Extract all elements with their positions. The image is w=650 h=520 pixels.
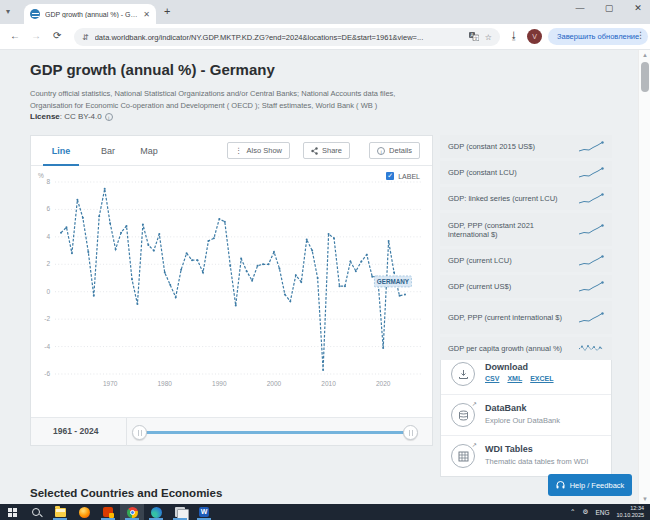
browser-menu-icon[interactable]: ⋮ <box>636 30 645 40</box>
databank-title: DataBank <box>485 403 560 413</box>
databank-icon: ↗ <box>451 403 475 427</box>
help-feedback-button[interactable]: Help / Feedback <box>548 474 632 496</box>
firefox-icon <box>79 507 90 518</box>
tray-gear-icon[interactable]: ⚙ <box>583 508 589 516</box>
scrollbar-thumb[interactable] <box>641 62 649 92</box>
license-label: License <box>30 112 60 121</box>
tab-line[interactable]: Line <box>43 136 79 166</box>
related-indicator-item[interactable]: GDP (constant 2015 US$) <box>440 135 612 158</box>
reload-button[interactable]: ⟳ <box>53 30 61 41</box>
finish-update-button[interactable]: Завершить обновление <box>548 28 648 45</box>
new-tab-button[interactable]: + <box>164 6 170 17</box>
taskbar-clock[interactable]: 12:34 10.10.2025 <box>616 505 644 519</box>
related-indicator-item[interactable]: GDP, PPP (constant 2021 international $) <box>440 213 612 246</box>
tab-close-icon[interactable]: ✕ <box>143 10 150 19</box>
word-button[interactable]: W <box>192 504 216 520</box>
scroll-down-icon[interactable]: ▼ <box>639 494 650 504</box>
external-link-icon: ↗ <box>472 442 477 448</box>
svg-text:2: 2 <box>46 260 50 267</box>
slider-divider <box>126 418 127 446</box>
edge-icon <box>151 507 162 518</box>
download-link-excel[interactable]: EXCEL <box>530 375 553 382</box>
databank-row[interactable]: ↗ DataBank Explore Our DataBank <box>441 395 611 436</box>
related-indicator-item[interactable]: GDP (current US$) <box>440 275 612 298</box>
site-settings-icon[interactable]: ⇵ <box>82 33 89 42</box>
taskbar-search-button[interactable] <box>24 504 48 520</box>
file-explorer-icon <box>55 508 66 517</box>
notes-app-button[interactable] <box>168 504 192 520</box>
back-button[interactable]: ← <box>10 30 20 41</box>
url-text: data.worldbank.org/indicator/NY.GDP.MKTP… <box>95 33 463 42</box>
chart-card: Line Bar Map ⋮Also Show Share iDetails %… <box>30 135 433 446</box>
wdi-tables-subtitle: Thematic data tables from WDI <box>485 457 588 466</box>
related-indicator-item[interactable]: GDP: linked series (current LCU) <box>440 187 612 210</box>
tab-search-chevron-icon[interactable]: ▾ <box>6 7 10 16</box>
slider-track[interactable] <box>139 431 412 434</box>
kebab-icon: ⋮ <box>235 143 243 158</box>
share-button[interactable]: Share <box>303 142 350 159</box>
volatile-sparkline <box>578 342 604 355</box>
series-label-germany[interactable]: GERMANY <box>374 276 411 287</box>
license-info-icon[interactable]: i <box>105 113 113 121</box>
page-subtitle-1: Country official statistics, National St… <box>30 88 450 99</box>
wdi-tables-row[interactable]: ↗ WDI Tables Thematic data tables from W… <box>441 436 611 476</box>
minimize-button[interactable]: — <box>574 3 586 13</box>
svg-text:8: 8 <box>46 178 50 185</box>
scroll-up-icon[interactable]: ▲ <box>639 50 650 60</box>
tab-strip: ▾ GDP growth (annual %) - German… ✕ + — … <box>0 0 650 24</box>
related-indicator-item[interactable]: GDP, PPP (current international $) <box>440 301 612 334</box>
translate-icon[interactable]: A文 <box>469 32 479 43</box>
related-indicator-item[interactable]: GDP (current LCU) <box>440 249 612 272</box>
svg-text:4: 4 <box>46 233 50 240</box>
outlook-button[interactable] <box>96 504 120 520</box>
browser-tab[interactable]: GDP growth (annual %) - German… ✕ <box>24 4 156 24</box>
svg-text:2020: 2020 <box>376 380 391 387</box>
related-indicator-item[interactable]: GDP (constant LCU) <box>440 161 612 184</box>
svg-text:-6: -6 <box>44 370 50 377</box>
close-window-button[interactable]: ✕ <box>632 3 644 13</box>
download-link-xml[interactable]: XML <box>507 375 522 382</box>
profile-avatar[interactable]: V <box>527 29 542 44</box>
tab-bar[interactable]: Bar <box>93 136 123 166</box>
tab-map[interactable]: Map <box>133 136 165 166</box>
wdi-tables-title: WDI Tables <box>485 444 588 454</box>
firefox-button[interactable] <box>72 504 96 520</box>
trend-up-sparkline <box>578 192 604 205</box>
edge-button[interactable] <box>144 504 168 520</box>
also-show-button[interactable]: ⋮Also Show <box>227 142 290 159</box>
tab-title: GDP growth (annual %) - German… <box>45 11 138 18</box>
forward-button[interactable]: → <box>31 30 41 41</box>
notes-app-icon <box>175 507 185 517</box>
slider-handle-end[interactable] <box>403 425 418 440</box>
gdp-line-chart[interactable]: 86420-2-4-6197019801990200020102020GERMA… <box>33 174 432 392</box>
related-indicator-item[interactable]: GDP per capita growth (annual %) <box>440 337 612 360</box>
download-link-csv[interactable]: CSV <box>485 375 499 382</box>
file-explorer-button[interactable] <box>48 504 72 520</box>
help-feedback-label: Help / Feedback <box>570 481 625 490</box>
share-icon <box>311 147 318 155</box>
windows-logo-icon <box>8 508 17 517</box>
download-row: Download CSVXMLEXCEL <box>441 354 611 395</box>
related-indicator-label: GDP per capita growth (annual %) <box>448 344 572 353</box>
share-label: Share <box>322 143 342 158</box>
address-bar[interactable]: ⇵ data.worldbank.org/indicator/NY.GDP.MK… <box>74 28 500 46</box>
start-button[interactable] <box>0 504 24 520</box>
related-indicator-label: GDP (constant 2015 US$) <box>448 142 572 151</box>
details-button[interactable]: iDetails <box>369 142 420 159</box>
chrome-button[interactable] <box>120 504 144 520</box>
trend-up-sparkline <box>578 223 604 236</box>
related-indicator-label: GDP (current LCU) <box>448 256 572 265</box>
maximize-button[interactable]: ▢ <box>603 3 615 13</box>
download-links: CSVXMLEXCEL <box>485 375 554 382</box>
also-show-label: Also Show <box>247 143 282 158</box>
downloads-icon[interactable]: ⭳ <box>509 30 519 41</box>
related-indicator-label: GDP, PPP (constant 2021 international $) <box>448 221 572 239</box>
language-indicator[interactable]: ENG <box>595 509 609 516</box>
bookmark-star-icon[interactable]: ☆ <box>485 33 492 42</box>
related-indicator-label: GDP (current US$) <box>448 282 572 291</box>
tray-chevron-icon[interactable]: ⌃ <box>570 508 575 516</box>
svg-text:0: 0 <box>46 288 50 295</box>
chrome-icon <box>127 507 138 518</box>
related-indicator-label: GDP: linked series (current LCU) <box>448 194 572 203</box>
slider-handle-start[interactable] <box>132 425 147 440</box>
